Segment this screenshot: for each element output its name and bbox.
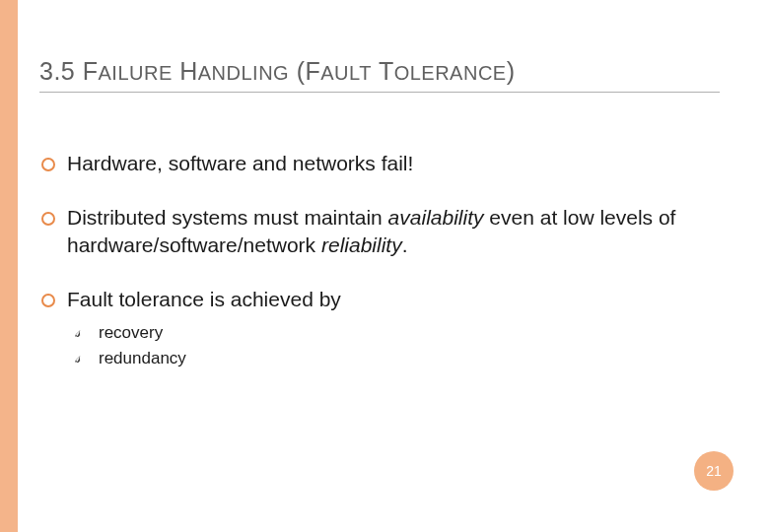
list-item: Fault tolerance is achieved by recovery … <box>39 286 720 370</box>
sub-bullet-text: redundancy <box>99 349 186 367</box>
page-number-badge: 21 <box>694 451 734 491</box>
sub-bullet-text: recovery <box>99 323 163 342</box>
bullet-text: Distributed systems must maintain availa… <box>67 206 675 255</box>
sub-list-item: redundancy <box>75 346 720 371</box>
list-item: Hardware, software and networks fail! <box>39 150 720 176</box>
sub-bullet-list: recovery redundancy <box>67 320 720 370</box>
bullet-list: Hardware, software and networks fail! Di… <box>39 150 720 370</box>
section-number: 3.5 <box>39 57 75 85</box>
bullet-text: Hardware, software and networks fail! <box>67 152 413 174</box>
sub-list-item: recovery <box>75 320 720 346</box>
bullet-text: Fault tolerance is achieved by <box>67 288 341 310</box>
slide-content: 3.5 FAILURE HANDLING (FAULT TOLERANCE) H… <box>39 57 720 398</box>
list-item: Distributed systems must maintain availa… <box>39 204 720 258</box>
slide-title: 3.5 FAILURE HANDLING (FAULT TOLERANCE) <box>39 57 720 93</box>
page-number: 21 <box>706 463 722 479</box>
accent-sidebar <box>0 0 18 532</box>
